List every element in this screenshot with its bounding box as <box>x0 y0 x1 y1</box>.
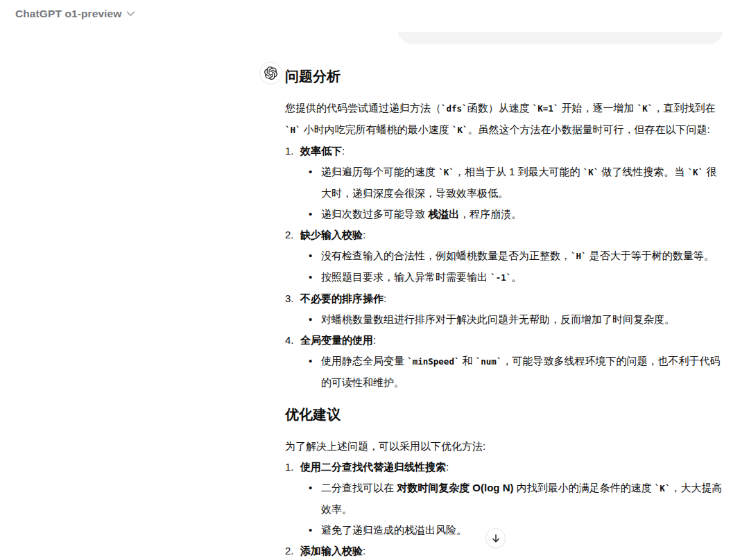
section-heading-optimization: 优化建议 <box>285 405 723 424</box>
section-heading-problem-analysis: 问题分析 <box>285 67 723 86</box>
scroll-to-bottom-button[interactable] <box>485 528 506 548</box>
chevron-down-icon <box>126 11 135 17</box>
model-label: ChatGPT o1-preview <box>15 8 121 20</box>
intro-paragraph-2: 为了解决上述问题，可以采用以下优化方法: <box>285 436 723 457</box>
bullet-item: 对蟠桃数量数组进行排序对于解决此问题并无帮助，反而增加了时间复杂度。 <box>308 309 723 330</box>
list-item-title: 使用二分查找代替递归线性搜索: <box>300 457 449 478</box>
list-item-title: 缺少输入校验: <box>300 225 365 245</box>
user-message-bubble-shape <box>397 32 723 44</box>
list-number: 1. <box>285 141 300 161</box>
bullet-item: 递归次数过多可能导致 栈溢出，程序崩溃。 <box>308 204 723 225</box>
chat-page: ChatGPT o1-preview 问题分析 您提供的代码尝试通过递归方法（`… <box>0 0 749 560</box>
list-item: 1. 效率低下: 递归遍历每个可能的速度 `K`，相当于从 1 到最大可能的 `… <box>285 141 723 225</box>
list-item-title: 添加输入校验: <box>300 541 365 560</box>
bullet-item: 按照题目要求，输入异常时需要输出 `-1`。 <box>308 267 723 288</box>
list-item-title: 全局变量的使用: <box>300 330 376 351</box>
bullet-item: 使用静态全局变量 `minSpeed` 和 `num`，可能导致多线程环境下的问… <box>308 351 723 393</box>
list-item: 3. 不必要的排序操作: 对蟠桃数量数组进行排序对于解决此问题并无帮助，反而增加… <box>285 288 723 330</box>
suggestions-list: 1. 使用二分查找代替递归线性搜索: 二分查找可以在 对数时间复杂度 O(log… <box>285 457 723 560</box>
list-item: 4. 全局变量的使用: 使用静态全局变量 `minSpeed` 和 `num`，… <box>285 330 723 393</box>
bullet-item: 递归遍历每个可能的速度 `K`，相当于从 1 到最大可能的 `K` 做了线性搜索… <box>308 161 723 204</box>
assistant-avatar <box>259 62 282 85</box>
openai-logo-icon <box>264 67 277 80</box>
list-number: 2. <box>285 225 300 245</box>
problems-list: 1. 效率低下: 递归遍历每个可能的速度 `K`，相当于从 1 到最大可能的 `… <box>285 141 723 393</box>
list-number: 3. <box>285 288 300 309</box>
arrow-down-icon <box>491 534 501 543</box>
bullet-item: 没有检查输入的合法性，例如蟠桃数量是否为正整数，`H` 是否大于等于树的数量等。 <box>308 245 723 267</box>
list-item: 1. 使用二分查找代替递归线性搜索: 二分查找可以在 对数时间复杂度 O(log… <box>285 457 723 541</box>
list-item: 2. 缺少输入校验: 没有检查输入的合法性，例如蟠桃数量是否为正整数，`H` 是… <box>285 225 723 288</box>
user-message-bubble <box>397 32 723 44</box>
bullet-item: 避免了递归造成的栈溢出风险。 <box>308 520 723 541</box>
list-number: 1. <box>285 457 300 478</box>
bullet-item: 二分查找可以在 对数时间复杂度 O(log N) 内找到最小的满足条件的速度 `… <box>308 478 723 520</box>
assistant-message: 问题分析 您提供的代码尝试通过递归方法（`dfs`函数）从速度 `K=1` 开始… <box>285 67 723 560</box>
list-item-title: 效率低下: <box>300 141 345 161</box>
intro-paragraph: 您提供的代码尝试通过递归方法（`dfs`函数）从速度 `K=1` 开始，逐一增加… <box>285 98 723 141</box>
list-item-title: 不必要的排序操作: <box>300 288 386 309</box>
list-item: 2. 添加输入校验: <box>285 541 723 560</box>
list-number: 2. <box>285 541 300 560</box>
model-switcher[interactable]: ChatGPT o1-preview <box>15 8 135 20</box>
list-number: 4. <box>285 330 300 351</box>
